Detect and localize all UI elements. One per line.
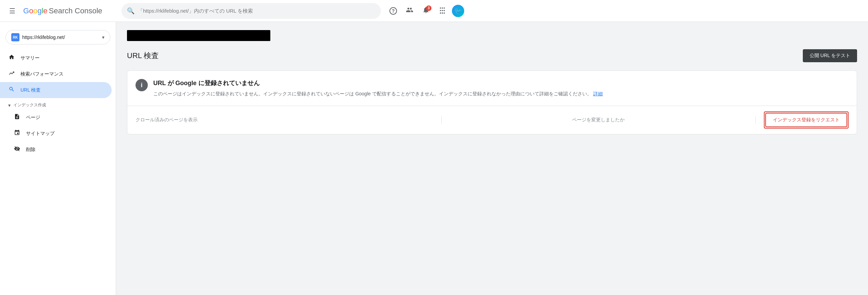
notifications-button[interactable]: 3 [419,4,433,18]
info-letter: i [141,82,142,89]
info-card-body: i URL が Google に登録されていません このページはインデックスに登… [127,71,857,106]
search-icon: 🔍 [127,7,134,15]
info-title: URL が Google に登録されていません [153,79,603,87]
nav-label-sitemaps: サイトマップ [26,131,55,137]
nav-item-url-inspection[interactable]: URL 検査 [0,82,112,98]
main-layout: RK https://rklifeblog.net/ ▾ サマリー 検索パフォー… [0,22,868,295]
hamburger-icon: ☰ [9,8,15,14]
menu-button[interactable]: ☰ [5,4,19,18]
footer-divider-2 [755,116,756,124]
detail-link[interactable]: 詳細 [593,91,603,96]
info-content: URL が Google に登録されていません このページはインデックスに登録さ… [153,79,603,97]
request-button-wrapper: インデックス登録をリクエスト [764,111,849,129]
google-wordmark: Google [23,6,47,15]
trending-up-icon [8,70,15,78]
nav-item-pages[interactable]: ページ [0,109,112,125]
removals-icon [14,146,20,153]
main-content: URL 検査 公開 URL をテスト i URL が Google に登録されて… [116,22,868,295]
app-logo: Google Search Console [23,6,102,15]
apps-grid-icon [439,6,446,15]
manage-users-icon [406,6,413,15]
crawl-link[interactable]: クロール済みのページを表示 [136,117,433,123]
test-url-button[interactable]: 公開 URL をテスト [803,49,857,62]
search-input[interactable] [138,8,375,14]
pages-icon [14,113,20,121]
sitemaps-icon [14,130,20,137]
sidebar: RK https://rklifeblog.net/ ▾ サマリー 検索パフォー… [0,22,116,295]
breadcrumb-bar [127,30,270,41]
info-circle-icon: i [136,79,148,91]
nav-label-url-inspection: URL 検査 [20,87,41,93]
nav-label-pages: ページ [26,115,40,121]
user-avatar[interactable]: 🐦 [452,5,464,17]
nav-item-performance[interactable]: 検索パフォーマンス [0,66,112,82]
home-icon [8,54,15,62]
request-index-button[interactable]: インデックス登録をリクエスト [765,113,847,127]
footer-divider [441,116,442,124]
page-header: URL 検査 公開 URL をテスト [127,49,857,62]
product-name: Search Console [49,6,102,15]
avatar-image: 🐦 [452,5,464,17]
help-button[interactable]: ? [386,4,400,18]
property-url: https://rklifeblog.net/ [22,35,99,40]
dropdown-arrow-icon: ▾ [102,35,104,40]
settings-button[interactable] [403,4,416,18]
property-icon: RK [11,33,19,41]
nav-item-summary[interactable]: サマリー [0,50,112,66]
info-card-footer: クロール済みのページを表示 ページを変更しましたか インデックス登録をリクエスト [127,106,857,134]
page-title: URL 検査 [127,51,159,61]
help-icon: ? [389,7,397,15]
nav-label-performance: 検索パフォーマンス [20,71,63,77]
change-link[interactable]: ページを変更しましたか [450,117,748,123]
search-nav-icon [8,86,15,94]
header-right: ? 3 🐦 [386,4,464,18]
info-description: このページはインデックスに登録されていません。インデックスに登録されていないペー… [153,90,603,97]
info-card: i URL が Google に登録されていません このページはインデックスに登… [127,70,857,134]
header-left: ☰ Google Search Console [5,4,122,18]
nav-label-summary: サマリー [20,55,40,61]
nav-item-removals[interactable]: 削除 [0,142,112,158]
nav-section-index: ▾ インデックス作成 [0,98,116,109]
nav-label-removals: 削除 [26,147,35,153]
section-expand-icon: ▾ [8,103,11,108]
notification-badge: 3 [426,5,431,11]
search-bar: 🔍 [122,3,381,19]
app-header: ☰ Google Search Console 🔍 ? 3 [0,0,868,22]
nav-item-sitemaps[interactable]: サイトマップ [0,125,112,142]
apps-button[interactable] [436,4,449,18]
nav-section-label: インデックス作成 [13,102,46,108]
property-selector[interactable]: RK https://rklifeblog.net/ ▾ [5,30,110,44]
